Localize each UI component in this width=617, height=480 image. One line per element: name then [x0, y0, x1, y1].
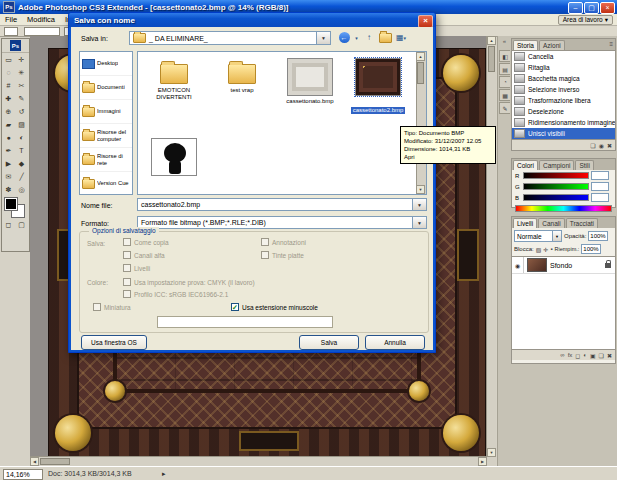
checkbox-usa-estensione-minuscole[interactable]: ✓Usa estensione minuscole [231, 303, 318, 311]
tab-colori[interactable]: Colori [513, 160, 538, 170]
tool-blur-button[interactable]: ● [2, 131, 15, 144]
file-item-image-selected[interactable]: cassettonato2.bmp [346, 56, 410, 116]
tool-eyedropper-button[interactable]: ╱ [15, 170, 28, 183]
tab-azioni[interactable]: Azioni [539, 40, 565, 50]
new-group-icon[interactable]: ▣ [590, 352, 596, 359]
red-value-field[interactable] [591, 171, 609, 180]
scroll-down-arrow[interactable]: ▼ [487, 448, 496, 457]
blue-value-field[interactable] [591, 193, 609, 202]
tab-campioni[interactable]: Campioni [539, 160, 574, 170]
file-list-scrollbar[interactable]: ▲ ▼ [416, 52, 426, 194]
tool-type-button[interactable]: T [15, 144, 28, 157]
tool-clone-stamp-button[interactable]: ⊕ [2, 105, 15, 118]
lock-transparent-icon[interactable]: ▧ [536, 246, 542, 253]
tool-magic-wand-button[interactable]: ✳ [15, 66, 28, 79]
tool-slice-button[interactable]: ✂ [15, 79, 28, 92]
new-snapshot-icon[interactable]: ◉ [599, 142, 604, 149]
file-item-image[interactable] [142, 136, 206, 178]
tool-zoom-button[interactable]: ◎ [15, 183, 28, 196]
scrollbar-thumb[interactable] [488, 46, 495, 72]
scrollbar-thumb[interactable] [417, 62, 424, 84]
tool-path-selection-button[interactable]: ▶ [2, 157, 15, 170]
tool-pen-button[interactable]: ✒ [2, 144, 15, 157]
tool-rectangular-marquee-button[interactable]: ▭ [2, 53, 15, 66]
scroll-right-arrow[interactable]: ▶ [478, 457, 487, 466]
back-button[interactable]: ← [337, 31, 351, 44]
menu-modifica[interactable]: Modifica [22, 15, 60, 24]
tool-shape-button[interactable]: ◆ [15, 157, 28, 170]
lock-all-icon[interactable]: ▪ [550, 246, 552, 252]
delete-layer-icon[interactable]: ✖ [607, 352, 612, 359]
canvas-vertical-scrollbar[interactable]: ▲ ▼ [486, 36, 496, 457]
new-document-from-state-icon[interactable]: ❏ [590, 142, 595, 149]
green-slider[interactable] [523, 183, 589, 190]
history-state-selected[interactable]: Unisci visibili [512, 128, 615, 139]
save-button[interactable]: Salva [299, 335, 359, 350]
new-layer-icon[interactable]: ❏ [599, 352, 604, 359]
delete-state-icon[interactable]: ✖ [607, 142, 612, 149]
tool-hand-button[interactable]: ✽ [2, 183, 15, 196]
history-state[interactable]: Trasformazione libera [512, 95, 615, 106]
red-slider[interactable] [523, 172, 589, 179]
scrollbar-thumb[interactable] [40, 458, 70, 465]
tool-brush-button[interactable]: ✎ [15, 92, 28, 105]
green-value-field[interactable] [591, 182, 609, 191]
history-state[interactable]: Bacchetta magica [512, 73, 615, 84]
blue-slider[interactable] [523, 194, 589, 201]
history-state[interactable]: Deselezione [512, 106, 615, 117]
file-item-folder[interactable]: EMOTICON DIVERTENTI [142, 56, 206, 101]
place-immagini[interactable]: Immagini [80, 100, 132, 124]
scroll-up-arrow[interactable]: ▲ [416, 52, 425, 61]
toolbox-header[interactable]: Ps [2, 39, 29, 53]
options-bar-field[interactable] [24, 27, 60, 36]
format-dropdown[interactable]: Formato file bitmap (*.BMP;*.RLE;*.DIB) … [137, 216, 427, 229]
minimize-button[interactable]: – [568, 2, 583, 14]
up-one-level-button[interactable]: ↑ [362, 31, 376, 44]
new-folder-button[interactable] [378, 31, 392, 44]
tool-eraser-button[interactable]: ▰ [2, 118, 15, 131]
foreground-color-swatch[interactable] [5, 198, 17, 210]
cancel-button[interactable]: Annulla [365, 335, 425, 350]
tab-tracciati[interactable]: Tracciati [566, 218, 598, 228]
place-version-cue[interactable]: Version Cue [80, 172, 132, 195]
filename-field[interactable]: cassettonato2.bmp ▼ [137, 198, 427, 211]
maximize-button[interactable]: ▢ [584, 2, 599, 14]
place-risorse-rete[interactable]: Risorse di rete [80, 148, 132, 172]
place-documenti[interactable]: Documenti [80, 76, 132, 100]
scroll-down-arrow[interactable]: ▼ [416, 185, 425, 194]
tool-lasso-button[interactable]: ◌ [2, 66, 15, 79]
history-state[interactable]: Ritaglia [512, 62, 615, 73]
file-item-image[interactable]: cassettonato.bmp [278, 56, 342, 105]
color-ramp[interactable] [515, 205, 612, 212]
link-layers-icon[interactable]: ∞ [560, 352, 564, 358]
layer-thumbnail[interactable] [527, 258, 547, 272]
tool-crop-button[interactable]: # [2, 79, 15, 92]
blend-mode-dropdown[interactable]: Normale ▼ [514, 230, 562, 242]
tool-gradient-button[interactable]: ▨ [15, 118, 28, 131]
tool-dodge-button[interactable]: ◐ [15, 131, 28, 144]
place-desktop[interactable]: Desktop [80, 52, 132, 76]
panel-menu-icon[interactable]: ≡ [609, 41, 613, 47]
file-item-folder[interactable]: test vrap [210, 56, 274, 94]
tool-notes-button[interactable]: ✉ [2, 170, 15, 183]
scroll-left-arrow[interactable]: ◀ [30, 457, 39, 466]
fill-value-field[interactable]: 100% [581, 244, 600, 254]
workspace-switcher-button[interactable]: Area di lavoro ▾ [558, 15, 613, 25]
screen-mode-button[interactable]: ▢ [15, 218, 28, 231]
opacity-value-field[interactable]: 100% [588, 231, 607, 241]
history-state[interactable]: Ridimensionamento immagine [512, 117, 615, 128]
quick-mask-button[interactable]: ◻ [2, 218, 15, 231]
tab-canali[interactable]: Canali [538, 218, 564, 228]
layer-visibility-eye-icon[interactable]: ◉ [512, 257, 524, 273]
layer-mask-icon[interactable]: ◻ [575, 352, 580, 359]
tab-stili[interactable]: Stili [575, 160, 593, 170]
menu-file[interactable]: File [0, 15, 22, 24]
tool-preset-box[interactable] [4, 27, 18, 36]
use-os-dialog-button[interactable]: Usa finestra OS [81, 335, 147, 350]
save-in-dropdown[interactable]: _ DA ELIMINARE_ ▼ [129, 31, 331, 45]
status-menu-arrow-icon[interactable]: ▸ [162, 467, 166, 480]
close-button[interactable]: × [600, 2, 615, 14]
dialog-titlebar[interactable]: Salva con nome × [69, 13, 435, 27]
history-state[interactable]: Cancella [512, 51, 615, 62]
adjustment-layer-icon[interactable]: ◐ [583, 352, 587, 358]
